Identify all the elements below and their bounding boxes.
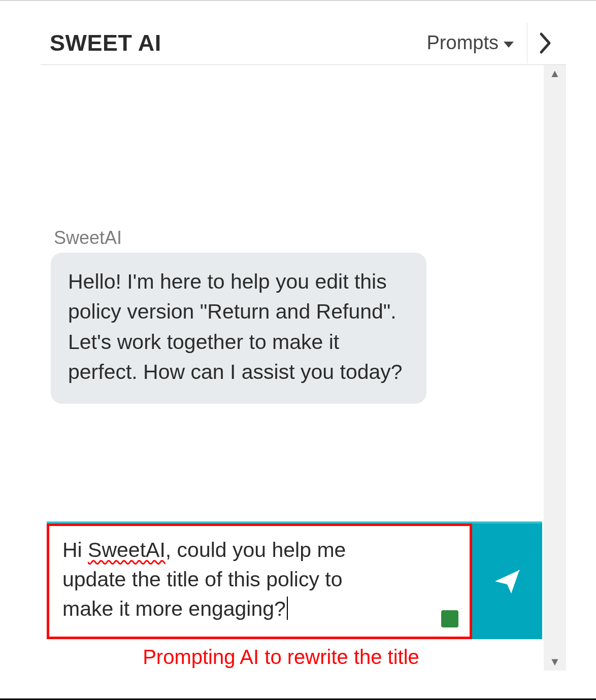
prompts-dropdown[interactable]: Prompts [427,23,527,63]
spellcheck-underline: SweetAI [88,538,165,562]
input-line-3: make it more engaging? [62,594,454,623]
chevron-right-icon [538,32,552,54]
grammar-check-indicator[interactable] [441,610,458,627]
input-line-1: Hi SweetAI, could you help me [62,535,454,565]
send-button[interactable] [472,523,542,639]
scroll-up-icon[interactable]: ▲ [549,68,560,79]
prompts-label: Prompts [427,32,499,54]
chat-panel-container: SWEET AI Prompts SweetAI Hello! I'm here… [0,0,596,700]
chat-panel: SWEET AI Prompts SweetAI Hello! I'm here… [41,21,566,671]
message-sender: SweetAI [54,227,426,249]
message-bubble: Hello! I'm here to help you edit this po… [51,253,426,404]
paper-plane-icon [493,567,521,596]
scroll-down-icon[interactable]: ▼ [549,656,560,668]
input-row: Hi SweetAI, could you help me update the… [47,521,542,639]
chat-scroll-area[interactable]: SweetAI Hello! I'm here to help you edit… [41,65,544,671]
message-input[interactable]: Hi SweetAI, could you help me update the… [47,523,472,639]
ai-message: SweetAI Hello! I'm here to help you edit… [51,227,426,404]
input-line-2: update the title of this policy to [62,565,454,594]
panel-header: SWEET AI Prompts [41,21,566,65]
text-cursor [287,597,288,620]
caret-down-icon [504,42,514,48]
vertical-scrollbar[interactable]: ▲ ▼ [544,65,566,671]
annotation-caption: Prompting AI to rewrite the title [41,646,521,669]
panel-title: SWEET AI [50,30,427,56]
collapse-button[interactable] [527,23,563,63]
